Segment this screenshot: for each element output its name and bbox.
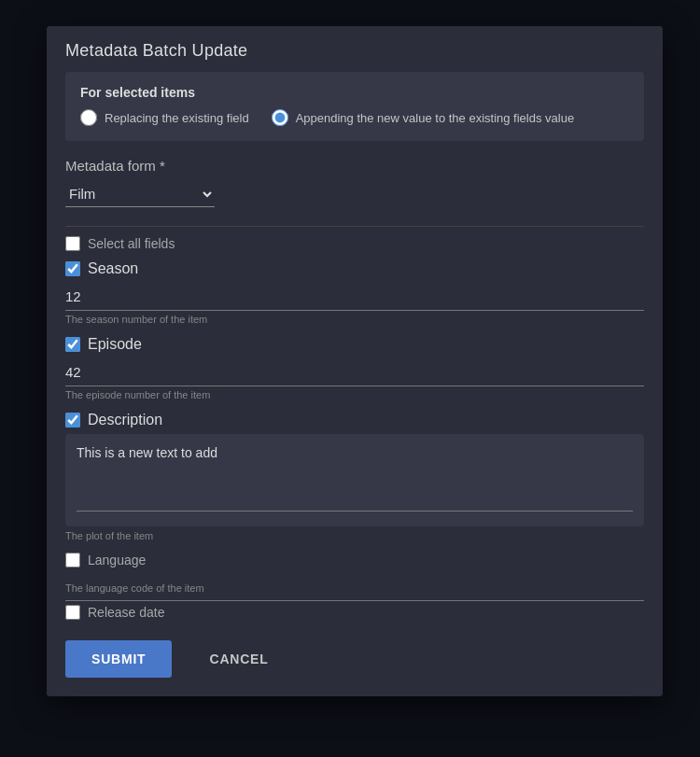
radio-append-label: Appending the new value to the existing …: [296, 111, 574, 125]
modal-header: Metadata Batch Update: [47, 26, 663, 72]
radio-option-append[interactable]: Appending the new value to the existing …: [272, 109, 574, 126]
metadata-batch-update-modal: Metadata Batch Update For selected items…: [47, 26, 663, 696]
description-hint: The plot of the item: [65, 530, 644, 541]
cancel-button[interactable]: CANCEL: [183, 640, 294, 678]
season-hint: The season number of the item: [65, 314, 644, 325]
episode-input[interactable]: [65, 358, 644, 386]
radio-replace-label: Replacing the existing field: [105, 111, 249, 125]
divider: [65, 226, 644, 227]
episode-hint: The episode number of the item: [65, 389, 644, 400]
season-checkbox-row: Season: [65, 260, 644, 277]
modal-title: Metadata Batch Update: [65, 41, 247, 60]
release-date-checkbox-row: Release date: [65, 605, 644, 620]
select-all-row: Select all fields: [65, 236, 644, 251]
metadata-form-select[interactable]: Film TV Show Music: [65, 181, 215, 207]
selected-items-box: For selected items Replacing the existin…: [65, 72, 644, 141]
metadata-form-select-wrapper: Film TV Show Music: [65, 181, 644, 207]
modal-footer: SUBMIT CANCEL: [47, 625, 663, 696]
season-label[interactable]: Season: [88, 260, 138, 277]
description-checkbox-row: Description: [65, 412, 644, 428]
metadata-form-label: Metadata form *: [65, 158, 644, 174]
description-label[interactable]: Description: [88, 412, 162, 428]
description-textarea[interactable]: This is a new text to add: [77, 445, 633, 512]
selected-items-heading: For selected items: [80, 85, 629, 100]
radio-group: Replacing the existing field Appending t…: [80, 109, 629, 126]
radio-replace[interactable]: [80, 109, 97, 126]
episode-checkbox-row: Episode: [65, 336, 644, 353]
season-input-wrapper: The season number of the item: [65, 283, 644, 325]
select-all-label[interactable]: Select all fields: [88, 236, 175, 251]
episode-label[interactable]: Episode: [88, 336, 142, 353]
episode-input-wrapper: The episode number of the item: [65, 358, 644, 400]
description-checkbox[interactable]: [65, 413, 80, 428]
submit-button[interactable]: SUBMIT: [65, 640, 172, 678]
release-date-label[interactable]: Release date: [88, 605, 165, 620]
episode-checkbox[interactable]: [65, 337, 80, 352]
season-input[interactable]: [65, 283, 644, 311]
select-all-checkbox[interactable]: [65, 236, 80, 251]
release-date-checkbox[interactable]: [65, 605, 80, 620]
modal-body: For selected items Replacing the existin…: [47, 72, 663, 625]
radio-option-replace[interactable]: Replacing the existing field: [80, 109, 249, 126]
description-textarea-wrapper: This is a new text to add: [65, 434, 644, 526]
language-checkbox[interactable]: [65, 553, 80, 568]
season-checkbox[interactable]: [65, 261, 80, 276]
language-label: Language: [88, 553, 644, 568]
radio-append[interactable]: [272, 109, 288, 126]
